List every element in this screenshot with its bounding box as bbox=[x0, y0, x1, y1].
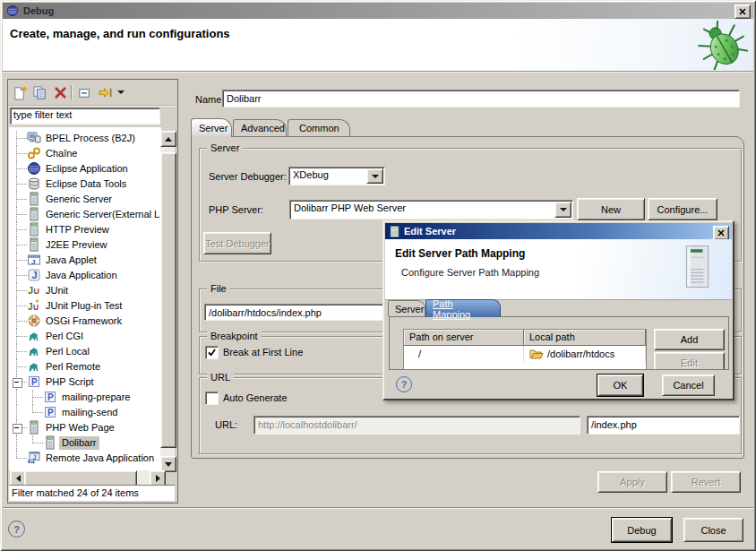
tree-horizontal-scrollbar[interactable] bbox=[10, 470, 164, 485]
edit-server-close-button[interactable] bbox=[713, 226, 729, 240]
java-icon: J bbox=[27, 268, 41, 282]
tree-collapse-icon[interactable] bbox=[13, 378, 22, 388]
server-debugger-select[interactable]: XDebug bbox=[288, 167, 385, 185]
tree-item-perl-cgi[interactable]: Perl CGI bbox=[9, 329, 161, 344]
tree-item-cha-ne[interactable]: Chaîne bbox=[9, 146, 161, 161]
config-tree: BPEL Process (B2J)ChaîneEclipse Applicat… bbox=[9, 127, 161, 470]
dialog-tab-path-mapping[interactable]: Path Mapping bbox=[425, 299, 501, 317]
tab-server[interactable]: Server bbox=[191, 118, 232, 137]
tree-connector bbox=[16, 351, 27, 352]
tree-item-label: Java Applet bbox=[43, 254, 99, 267]
edit-mapping-button[interactable]: Edit bbox=[654, 352, 725, 370]
tree-item-eclipse-application[interactable]: Eclipse Application bbox=[9, 161, 161, 176]
server-debugger-value: XDebug bbox=[289, 168, 365, 185]
tree-item-generic-server-external-la[interactable]: Generic Server(External La bbox=[9, 207, 161, 222]
tree-item-php-script[interactable]: PPHP Script bbox=[9, 375, 161, 390]
filter-input[interactable]: type filter text bbox=[10, 108, 160, 125]
tree-item-label: HTTP Preview bbox=[43, 223, 112, 237]
toolbar-menu-button[interactable] bbox=[116, 84, 126, 100]
revert-button[interactable]: Revert bbox=[671, 471, 741, 493]
tree-item-java-applet[interactable]: JJava Applet bbox=[9, 253, 161, 268]
close-icon bbox=[739, 8, 746, 15]
tree-item-eclipse-data-tools[interactable]: Eclipse Data Tools bbox=[9, 176, 161, 192]
url-label: URL: bbox=[215, 419, 237, 430]
collapse-all-button[interactable] bbox=[76, 84, 92, 100]
tree-item-j2ee-preview[interactable]: J2EE Preview bbox=[9, 237, 161, 253]
tree-item-dolibarr[interactable]: Dolibarr bbox=[9, 435, 161, 451]
cancel-button[interactable]: Cancel bbox=[662, 375, 715, 396]
file-group-title: File bbox=[207, 282, 230, 295]
tree-item-java-application[interactable]: JJava Application bbox=[9, 268, 161, 283]
break-first-line-checkbox[interactable] bbox=[205, 346, 219, 359]
tree-item-perl-local[interactable]: Perl Local bbox=[9, 344, 161, 359]
tree-item-junit[interactable]: JUJUnit bbox=[9, 283, 161, 298]
tree-item-label: Java Application bbox=[43, 269, 120, 282]
scroll-up-arrow-icon bbox=[165, 133, 172, 142]
vertical-scroll-thumb[interactable] bbox=[160, 152, 176, 448]
duplicate-configuration-button[interactable] bbox=[31, 84, 47, 100]
database-icon bbox=[27, 176, 41, 191]
server-debugger-dropdown-button[interactable] bbox=[366, 168, 383, 184]
tree-item-mailing-send[interactable]: Pmailing-send bbox=[9, 405, 161, 420]
tree-item-mailing-prepare[interactable]: Pmailing-prepare bbox=[9, 390, 161, 405]
filter-configurations-button[interactable] bbox=[97, 84, 113, 100]
tree-item-perl-remote[interactable]: Perl Remote bbox=[9, 359, 161, 375]
add-mapping-button[interactable]: Add bbox=[654, 329, 725, 350]
footer-separator bbox=[3, 507, 753, 508]
auto-generate-checkbox[interactable] bbox=[205, 392, 219, 405]
edit-server-title: Edit Server bbox=[404, 226, 456, 237]
ok-button[interactable]: OK bbox=[597, 375, 643, 396]
delete-configuration-button[interactable] bbox=[52, 84, 68, 100]
php-server-label: PHP Server: bbox=[209, 204, 263, 215]
debug-configurations-window: Debug Create, manage, and run configurat… bbox=[0, 0, 756, 551]
scroll-up-button[interactable] bbox=[160, 131, 176, 147]
rjava-icon: J bbox=[27, 451, 41, 465]
dialog-tab-server[interactable]: Server bbox=[388, 300, 425, 316]
bpel-icon bbox=[27, 131, 41, 145]
collapse-all-icon bbox=[77, 85, 92, 100]
window-close-button[interactable] bbox=[735, 4, 751, 19]
test-debugger-button[interactable]: Test Debugger bbox=[203, 232, 271, 254]
tree-vertical-scrollbar[interactable] bbox=[160, 131, 175, 470]
debug-button[interactable]: Debug bbox=[612, 518, 672, 542]
tab-advanced[interactable]: Advanced bbox=[233, 119, 287, 136]
name-input[interactable]: Dolibarr bbox=[222, 90, 740, 108]
tree-item-generic-server[interactable]: Generic Server bbox=[9, 192, 161, 207]
svg-text:P: P bbox=[47, 392, 54, 402]
tree-item-label: Perl Local bbox=[43, 345, 92, 358]
tree-collapse-icon[interactable] bbox=[13, 424, 22, 434]
scroll-left-arrow-icon bbox=[13, 475, 21, 482]
new-server-button[interactable]: New bbox=[577, 198, 645, 220]
configure-server-button[interactable]: Configure... bbox=[648, 198, 717, 220]
php-server-select[interactable]: Dolibarr PHP Web Server bbox=[289, 200, 573, 220]
apply-button[interactable]: Apply bbox=[597, 471, 667, 493]
php-server-dropdown-button[interactable] bbox=[554, 202, 571, 218]
tree-item-label: BPEL Process (B2J) bbox=[43, 132, 138, 145]
url-input[interactable]: http://localhostdolibarr/ bbox=[253, 416, 580, 435]
tree-item-remote-java-application[interactable]: JRemote Java Application bbox=[9, 451, 161, 466]
mapping-table-row[interactable]: //dolibarr/htdocs bbox=[404, 346, 646, 362]
tree-item-osgi-framework[interactable]: OSGi Framework bbox=[9, 314, 161, 329]
server-icon bbox=[43, 435, 57, 450]
tab-common[interactable]: Common bbox=[288, 119, 350, 136]
view-menu-arrow-icon bbox=[117, 90, 125, 98]
column-path-on-server[interactable]: Path on server bbox=[404, 330, 524, 346]
tree-item-bpel-process-b2j[interactable]: BPEL Process (B2J) bbox=[9, 131, 161, 146]
tree-toolbar bbox=[8, 80, 177, 106]
url-file-input[interactable]: /index.php bbox=[587, 416, 740, 435]
tree-item-http-preview[interactable]: HTTP Preview bbox=[9, 222, 161, 237]
new-configuration-button[interactable] bbox=[12, 84, 28, 100]
debug-bug-icon bbox=[698, 20, 748, 70]
dialog-tab-path-mapping-label: Path Mapping bbox=[433, 298, 491, 320]
svg-text:U: U bbox=[33, 303, 39, 312]
close-button[interactable]: Close bbox=[683, 518, 743, 542]
tree-item-php-web-page[interactable]: PHP Web Page bbox=[9, 420, 161, 435]
help-button[interactable]: ? bbox=[8, 521, 25, 538]
dialog-help-button[interactable]: ? bbox=[396, 376, 412, 392]
column-local-path[interactable]: Local path bbox=[524, 330, 646, 346]
svg-text:P: P bbox=[47, 408, 54, 418]
edit-server-dialog: Edit Server Edit Server Path Mapping Con… bbox=[382, 220, 735, 400]
tree-item-junit-plug-in-test[interactable]: JUJUnit Plug-in Test bbox=[9, 298, 161, 314]
tree-item-label: OSGi Framework bbox=[43, 314, 125, 328]
tree-connector bbox=[16, 184, 27, 185]
